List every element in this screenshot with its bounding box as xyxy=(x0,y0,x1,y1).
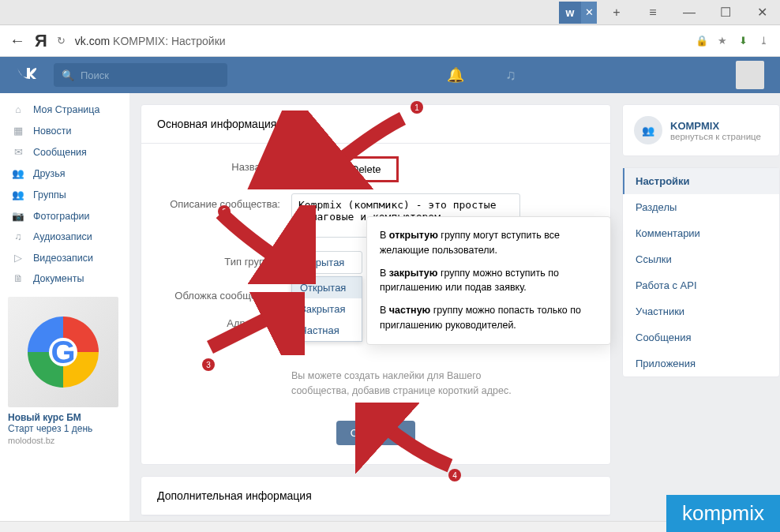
vk-header: 🔍 Поиск 🔔 ♫ xyxy=(0,57,780,93)
url-domain: vk.com xyxy=(75,35,110,47)
news-icon: ▦ xyxy=(11,125,25,137)
home-icon: ⌂ xyxy=(11,104,25,115)
notifications-icon[interactable]: 🔔 xyxy=(447,66,464,84)
nav-label: Моя Страница xyxy=(33,104,99,115)
additional-info-panel: Дополнительная информация xyxy=(141,476,611,516)
ad-title: Новый курс БМ xyxy=(8,412,122,423)
settings-nav-comments[interactable]: Комментарии xyxy=(623,220,779,246)
video-icon: ▷ xyxy=(11,252,25,264)
url-title: KOMPMIX: Настройки xyxy=(113,35,226,47)
search-box[interactable]: 🔍 Поиск xyxy=(54,63,227,87)
star-icon[interactable]: ★ xyxy=(715,34,729,48)
new-tab-button[interactable]: + xyxy=(598,0,635,25)
back-button[interactable]: ← xyxy=(9,32,25,50)
settings-nav-sections[interactable]: Разделы xyxy=(623,194,779,220)
nav-video[interactable]: ▷Видеозаписи xyxy=(0,247,129,268)
ad-block[interactable]: G Новый курс БМ Старт через 1 день molod… xyxy=(8,297,122,445)
panel-title-2: Дополнительная информация xyxy=(141,477,610,515)
nav-friends[interactable]: 👥Друзья xyxy=(0,163,129,184)
settings-nav: Настройки Разделы Комментарии Ссылки Раб… xyxy=(622,167,780,377)
nav-label: Сообщения xyxy=(33,147,87,158)
annotation-badge-1: 1 xyxy=(411,101,423,114)
message-icon: ✉ xyxy=(11,146,25,158)
window-close-button[interactable]: ✕ xyxy=(744,0,780,25)
settings-nav-settings[interactable]: Настройки xyxy=(623,168,779,194)
nav-audio[interactable]: ♫Аудиозаписи xyxy=(0,227,129,247)
settings-nav-links[interactable]: Ссылки xyxy=(623,246,779,272)
nav-photos[interactable]: 📷Фотографии xyxy=(0,205,129,227)
nav-messages[interactable]: ✉Сообщения xyxy=(0,141,129,163)
groups-icon: 👥 xyxy=(11,189,25,200)
nav-label: Аудиозаписи xyxy=(33,231,92,242)
address-hint: Вы можете создать наклейки для Вашего со… xyxy=(291,369,528,399)
download-icon[interactable]: ⤓ xyxy=(756,34,771,48)
annotation-badge-4: 4 xyxy=(448,469,461,481)
address-bar: ← Я ↻ vk.com KOMPMIX: Настройки 🔒 ★ ⬇ ⤓ xyxy=(0,25,780,57)
search-icon: 🔍 xyxy=(62,69,74,81)
group-type-tooltip: В открытую группу могут вступить все жел… xyxy=(366,216,611,345)
tab-close-button[interactable]: ✕ xyxy=(581,2,597,24)
group-type-select[interactable]: Открытая xyxy=(291,251,362,274)
nav-label: Документы xyxy=(33,273,84,284)
search-placeholder: Поиск xyxy=(81,69,109,81)
friends-icon: 👥 xyxy=(11,167,25,179)
tab-vk-icon: w xyxy=(566,6,575,19)
type-option-open[interactable]: Открытая xyxy=(292,277,362,298)
group-type-dropdown: Открытая Закрытая Частная xyxy=(291,276,362,342)
active-tab[interactable]: w xyxy=(559,2,581,24)
url-field[interactable]: vk.com KOMPMIX: Настройки xyxy=(75,35,685,47)
highlight-name-box xyxy=(291,156,399,182)
ad-image: G xyxy=(8,297,118,407)
window-maximize-button[interactable]: ☐ xyxy=(707,0,744,25)
settings-nav-members[interactable]: Участники xyxy=(623,298,779,324)
camera-icon: 📷 xyxy=(11,210,25,222)
group-name: KOMPMIX xyxy=(670,120,761,132)
group-avatar-icon: 👥 xyxy=(634,116,662,144)
ad-source: molodost.bz xyxy=(8,436,122,445)
extension-icon[interactable]: ⬇ xyxy=(736,34,750,48)
annotation-badge-3: 3 xyxy=(202,358,215,371)
back-to-page-link[interactable]: вернуться к странице xyxy=(670,132,761,141)
panel-title: Основная информация xyxy=(141,105,610,144)
settings-nav-messages[interactable]: Сообщения xyxy=(623,324,779,350)
left-sidebar: ⌂Моя Страница ▦Новости ✉Сообщения 👥Друзь… xyxy=(0,93,129,532)
nav-news[interactable]: ▦Новости xyxy=(0,120,129,141)
group-card[interactable]: 👥 KOMPMIX вернуться к странице xyxy=(622,104,780,156)
music-icon[interactable]: ♫ xyxy=(505,67,516,84)
ad-subtitle: Старт через 1 день xyxy=(8,423,122,434)
label-cover: Обложка сообщества: xyxy=(157,285,291,302)
nav-label: Друзья xyxy=(33,168,66,179)
document-icon: 🗎 xyxy=(11,273,25,284)
horizontal-scrollbar[interactable] xyxy=(0,521,780,532)
type-option-closed[interactable]: Закрытая xyxy=(292,298,362,320)
label-address: Адрес стра xyxy=(157,313,291,329)
save-button[interactable]: Сохранить xyxy=(336,421,416,445)
window-minimize-button[interactable]: — xyxy=(671,0,707,25)
yandex-logo[interactable]: Я xyxy=(35,31,47,51)
lock-icon: 🔒 xyxy=(695,34,709,48)
nav-groups[interactable]: 👥Группы xyxy=(0,184,129,205)
browser-tab-bar: w ✕ + ≡ — ☐ ✕ xyxy=(0,0,780,25)
label-group-type: Тип группы: xyxy=(157,251,291,268)
watermark: kompmix xyxy=(666,495,780,532)
header-avatar[interactable] xyxy=(736,61,764,89)
nav-docs[interactable]: 🗎Документы xyxy=(0,268,129,289)
label-name: Название: xyxy=(157,156,291,173)
settings-nav-apps[interactable]: Приложения xyxy=(623,350,779,377)
nav-label: Видеозаписи xyxy=(33,253,93,264)
nav-label: Группы xyxy=(33,189,66,200)
nav-label: Новости xyxy=(33,126,71,137)
type-option-private[interactable]: Частная xyxy=(292,320,362,341)
audio-icon: ♫ xyxy=(11,231,25,242)
settings-nav-api[interactable]: Работа с API xyxy=(623,272,779,298)
nav-label: Фотографии xyxy=(33,211,89,222)
reload-button[interactable]: ↻ xyxy=(57,35,66,47)
google-ball-icon: G xyxy=(28,317,99,388)
browser-menu-button[interactable]: ≡ xyxy=(635,0,671,25)
vk-logo[interactable] xyxy=(16,65,38,85)
name-input[interactable] xyxy=(294,159,396,180)
nav-my-page[interactable]: ⌂Моя Страница xyxy=(0,99,129,120)
annotation-badge-2: 2 xyxy=(218,205,231,218)
